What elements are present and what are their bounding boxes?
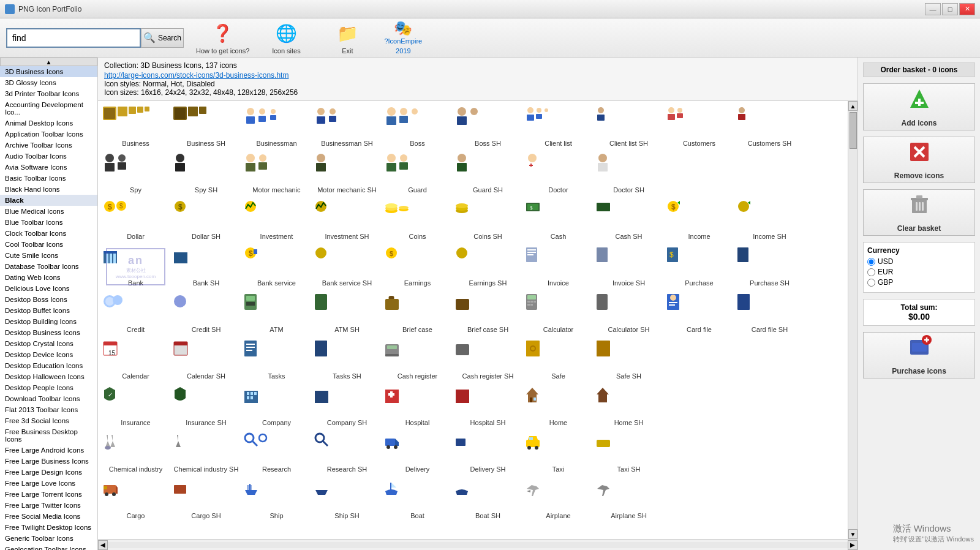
currency-eur-radio[interactable] — [867, 268, 875, 276]
sidebar-item-cool[interactable]: Cool Toolbar Icons — [0, 239, 97, 250]
icon-group-chemical[interactable]: Chemical industry — [100, 429, 171, 476]
sidebar-item-archive[interactable]: Archive Toolbar Icons — [0, 140, 97, 151]
icon-group-purchase[interactable]: $ Purchase — [664, 243, 734, 290]
currency-gbp-radio[interactable] — [867, 279, 875, 287]
icon-group-taxi[interactable]: Taxi — [523, 429, 594, 476]
sidebar-item-desktop-people[interactable]: Desktop People Icons — [0, 382, 97, 393]
clear-basket-button[interactable]: Clear basket — [863, 189, 975, 236]
icon-group-bank-sh[interactable]: Bank SH — [171, 243, 241, 290]
icon-group-business[interactable]: Business — [100, 104, 171, 150]
currency-usd-label[interactable]: USD — [867, 257, 971, 266]
icon-group-hospital[interactable]: Hospital — [382, 383, 453, 429]
purchase-icons-button[interactable]: Purchase icons — [863, 332, 975, 379]
icon-group-client-list-sh[interactable]: Client list SH — [594, 104, 664, 150]
icon-group-airplane-sh[interactable]: Airplane SH — [594, 476, 664, 522]
add-icons-button[interactable]: Add icons — [863, 83, 975, 130]
scroll-down-btn[interactable]: ▼ — [848, 529, 858, 539]
icon-group-businessman[interactable]: Businessman — [241, 104, 312, 150]
icon-sites-action[interactable]: 🌐 Icon sites — [262, 21, 311, 55]
sidebar-item-dating[interactable]: Dating Web Icons — [0, 272, 97, 283]
currency-usd-radio[interactable] — [867, 258, 875, 266]
icon-group-bank-service-sh[interactable]: Bank service SH — [312, 243, 382, 290]
icon-group-delivery-sh[interactable]: Delivery SH — [453, 429, 523, 476]
icon-group-chemical-sh[interactable]: Chemical industry SH — [171, 429, 241, 476]
icon-group-income-sh[interactable]: Income SH — [734, 197, 805, 243]
icon-group-income[interactable]: $ Income — [664, 197, 734, 243]
scroll-up-btn[interactable]: ▲ — [848, 101, 858, 111]
sidebar-item-free-large-business[interactable]: Free Large Business Icons — [0, 456, 97, 467]
sidebar-item-desktop-education[interactable]: Desktop Education Icons — [0, 360, 97, 371]
icon-group-business-sh[interactable]: Business SH — [171, 104, 241, 150]
icon-group-card-file[interactable]: Card file — [664, 290, 734, 336]
sidebar-item-3d-business[interactable]: 3D Business Icons — [0, 66, 97, 77]
sidebar-item-blue-medical[interactable]: Blue Medical Icons — [0, 206, 97, 217]
how-to-get-action[interactable]: ❓ How to get icons? — [196, 21, 249, 55]
sidebar-item-desktop-halloween[interactable]: Desktop Halloween Icons — [0, 371, 97, 382]
sidebar-item-database[interactable]: Database Toolbar Icons — [0, 261, 97, 272]
collection-url[interactable]: http://large-icons.com/stock-icons/3d-bu… — [104, 71, 288, 80]
icon-group-calculator-sh[interactable]: Calculator SH — [594, 290, 664, 336]
sidebar-item-clock[interactable]: Clock Toolbar Icons — [0, 228, 97, 239]
scroll-thumb[interactable] — [850, 112, 857, 149]
icon-group-company-sh[interactable]: Company SH — [312, 383, 382, 429]
icon-group-client-list[interactable]: Client list — [523, 104, 594, 150]
icon-group-calendar-sh[interactable]: Calendar SH — [171, 336, 241, 383]
sidebar-item-flat-2013[interactable]: Flat 2013 Toolbar Icons — [0, 404, 97, 415]
icon-group-earnings-sh[interactable]: Earnings SH — [453, 243, 523, 290]
icon-group-cargo-sh[interactable]: Cargo SH — [171, 476, 241, 522]
icon-group-brief-case[interactable]: Brief case — [382, 290, 453, 336]
icon-group-card-file-sh[interactable]: Card file SH — [734, 290, 805, 336]
icon-group-home[interactable]: Home — [523, 383, 594, 429]
search-button[interactable]: 🔍 Search — [141, 28, 184, 48]
icon-group-cargo[interactable]: Cargo — [100, 476, 171, 522]
icon-group-credit[interactable]: Credit — [100, 290, 171, 336]
icon-group-boat[interactable]: Boat — [382, 476, 453, 522]
hscroll-left-btn[interactable]: ◀ — [98, 540, 108, 550]
sidebar-item-desktop-buffet[interactable]: Desktop Buffet Icons — [0, 305, 97, 316]
sidebar-scroll-up[interactable]: ▲ — [0, 58, 97, 66]
icon-group-doctor[interactable]: Doctor — [523, 150, 594, 197]
icon-group-ship-sh[interactable]: Ship SH — [312, 476, 382, 522]
icon-group-delivery[interactable]: Delivery — [382, 429, 453, 476]
icon-group-doctor-sh[interactable]: Doctor SH — [594, 150, 664, 197]
icon-group-investment-sh[interactable]: Investment SH — [312, 197, 382, 243]
icon-group-research[interactable]: Research — [241, 429, 312, 476]
icon-group-motor-mechanic-sh[interactable]: Motor mechanic SH — [312, 150, 382, 197]
icon-group-dollar-sh[interactable]: $ Dollar SH — [171, 197, 241, 243]
icon-group-cash-register[interactable]: Cash register — [382, 336, 453, 383]
scroll-track[interactable] — [848, 111, 858, 529]
icon-group-customers[interactable]: Customers — [664, 104, 734, 150]
icon-group-cash[interactable]: $ Cash — [523, 197, 594, 243]
sidebar-item-desktop-business[interactable]: Desktop Business Icons — [0, 327, 97, 338]
sidebar-item-accounting[interactable]: Accounting Development Ico... — [0, 99, 97, 118]
sidebar-item-black-toolbar[interactable]: Black — [0, 195, 97, 206]
icon-group-cash-sh[interactable]: Cash SH — [594, 197, 664, 243]
sidebar-item-free-large-twitter[interactable]: Free Large Twitter Icons — [0, 500, 97, 511]
close-button[interactable]: ✕ — [959, 3, 975, 15]
sidebar-item-geolocation[interactable]: Geolocation Toolbar Icons — [0, 544, 97, 550]
minimize-button[interactable]: — — [925, 3, 941, 15]
icon-group-customers-sh[interactable]: Customers SH — [734, 104, 805, 150]
icon-group-coins-sh[interactable]: Coins SH — [453, 197, 523, 243]
sidebar-item-free-large-love[interactable]: Free Large Love Icons — [0, 478, 97, 489]
icon-group-invoice[interactable]: Invoice — [523, 243, 594, 290]
icon-group-insurance[interactable]: ✓ Insurance — [100, 383, 171, 429]
icon-group-boss[interactable]: Boss — [382, 104, 453, 150]
icon-group-earnings[interactable]: $ Earnings — [382, 243, 453, 290]
sidebar-item-3d-glossy[interactable]: 3D Glossy Icons — [0, 77, 97, 88]
exit-action[interactable]: 📁 Exit — [323, 21, 372, 55]
sidebar-item-free-3d-social[interactable]: Free 3d Social Icons — [0, 415, 97, 426]
sidebar-item-3d-printer[interactable]: 3d Printer Toolbar Icons — [0, 88, 97, 99]
icon-group-company[interactable]: Company — [241, 383, 312, 429]
icon-group-home-sh[interactable]: Home SH — [594, 383, 664, 429]
bottom-scrollbar[interactable]: ◀ ▶ — [98, 539, 858, 550]
icon-group-insurance-sh[interactable]: Insurance SH — [171, 383, 241, 429]
sidebar-item-free-large-torrent[interactable]: Free Large Torrent Icons — [0, 489, 97, 500]
icon-group-purchase-sh[interactable]: Purchase SH — [734, 243, 805, 290]
sidebar-item-delicious[interactable]: Delicious Love Icons — [0, 283, 97, 294]
icon-group-safe[interactable]: Safe — [523, 336, 594, 383]
icon-group-ship[interactable]: Ship — [241, 476, 312, 522]
currency-gbp-label[interactable]: GBP — [867, 278, 971, 287]
icon-group-bank[interactable]: an 素材公社www.tooopen.com Bank — [100, 243, 171, 290]
icons-grid[interactable]: Business Business SH Businessman — [98, 101, 848, 539]
